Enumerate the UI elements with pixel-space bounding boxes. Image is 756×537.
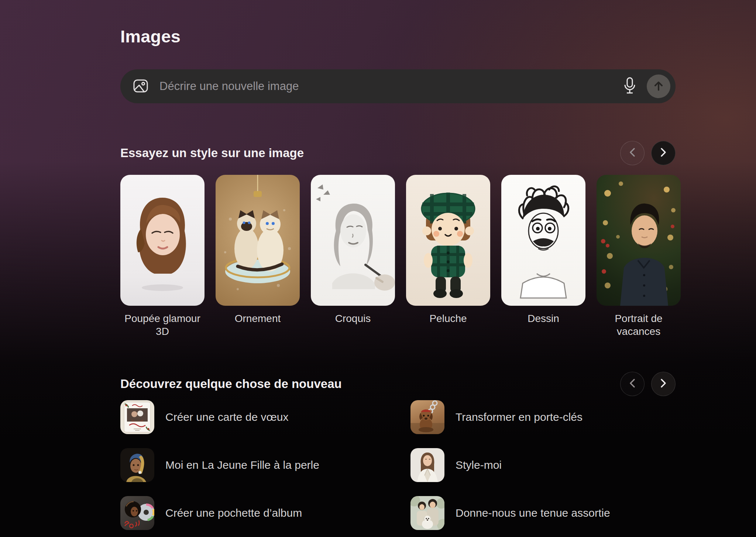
discover-item-label: Transformer en porte-clés [456, 411, 583, 423]
discover-section-title: Découvrez quelque chose de nouveau [120, 377, 342, 391]
style-card-image [216, 175, 300, 306]
discover-item-greeting-card[interactable]: Créer une carte de vœux [120, 400, 410, 434]
style-card-holiday-portrait[interactable]: Portrait de vacances [597, 175, 681, 338]
styles-prev-button[interactable] [620, 141, 645, 165]
discover-item-label: Créer une carte de vœux [165, 411, 288, 423]
style-card-glamour-doll[interactable]: Poupée glamour 3D [120, 175, 205, 338]
discover-item-pearl-earring[interactable]: Moi en La Jeune Fille à la perle [120, 448, 410, 482]
style-card-label: Portrait de vacances [597, 312, 681, 338]
submit-button[interactable] [647, 75, 670, 98]
page-title: Images [120, 26, 181, 46]
discover-item-keychain[interactable]: Transformer en porte-clés [410, 400, 681, 434]
discover-item-label: Créer une pochette d’album [165, 507, 302, 519]
discover-item-thumbnail [120, 400, 154, 434]
discover-item-matching-outfit[interactable]: Donne-nous une tenue assortie [410, 496, 681, 530]
style-card-image [501, 175, 585, 306]
style-card-image [597, 175, 681, 306]
arrow-up-icon [653, 80, 664, 93]
image-prompt-input[interactable] [159, 79, 622, 93]
styles-carousel: Poupée glamour 3D [120, 175, 681, 338]
discover-item-album-cover[interactable]: Créer une pochette d’album [120, 496, 410, 530]
style-card-label: Croquis [311, 312, 395, 325]
discover-item-thumbnail [120, 496, 154, 530]
microphone-icon [623, 77, 636, 96]
discover-prev-button[interactable] [620, 372, 645, 396]
add-image-button[interactable] [132, 78, 149, 95]
chevron-left-icon [628, 378, 636, 390]
style-card-image [311, 175, 395, 306]
style-card-image [120, 175, 205, 306]
discover-item-label: Donne-nous une tenue assortie [456, 507, 610, 519]
discover-grid: Créer une carte de vœux Transformer en p… [120, 400, 681, 530]
images-page: Images [0, 0, 756, 537]
style-card-label: Peluche [406, 312, 490, 325]
discover-next-button[interactable] [651, 372, 676, 396]
discover-item-style-me[interactable]: Style-moi [410, 448, 681, 482]
discover-item-label: Moi en La Jeune Fille à la perle [165, 459, 319, 471]
discover-item-label: Style-moi [456, 459, 502, 471]
dictate-button[interactable] [622, 77, 637, 96]
image-icon [132, 77, 149, 96]
discover-item-thumbnail [120, 448, 154, 482]
style-card-plush[interactable]: Peluche [406, 175, 490, 338]
style-card-label: Poupée glamour 3D [120, 312, 205, 338]
chevron-right-icon [659, 378, 667, 390]
style-card-drawing[interactable]: Dessin [501, 175, 585, 338]
discover-item-thumbnail [410, 448, 444, 482]
styles-section-title: Essayez un style sur une image [120, 146, 304, 160]
style-card-sketch[interactable]: Croquis [311, 175, 395, 338]
image-prompt-bar[interactable] [120, 69, 676, 103]
discover-item-thumbnail [410, 400, 444, 434]
style-card-image [406, 175, 490, 306]
style-card-ornament[interactable]: Ornement [216, 175, 300, 338]
chevron-left-icon [628, 147, 636, 159]
styles-next-button[interactable] [651, 141, 676, 165]
style-card-label: Dessin [501, 312, 585, 325]
chevron-right-icon [659, 147, 667, 159]
discover-item-thumbnail [410, 496, 444, 530]
style-card-label: Ornement [216, 312, 300, 325]
